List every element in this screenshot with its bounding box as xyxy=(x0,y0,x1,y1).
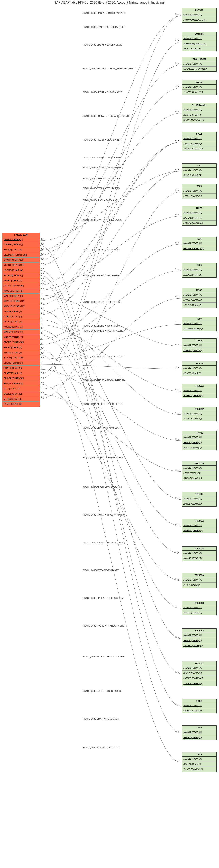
table-field: MANSP [CHAR (1)] xyxy=(2,335,40,340)
table-field: EMBVT [CHAR (4)] xyxy=(2,381,40,386)
cardinality-left: 0..N xyxy=(41,297,44,300)
table-field: KONTT [CHAR (2)] xyxy=(182,371,216,376)
table-field: MANDT [CLNT (3)] xyxy=(182,523,216,528)
relationship-edge xyxy=(40,192,181,399)
relationship-edge xyxy=(40,335,181,554)
cardinality-right: 0..N xyxy=(175,551,179,554)
cardinality-left: 0..N xyxy=(41,287,44,289)
table-field: TXJCD [CHAR (15)] xyxy=(2,355,40,360)
table-field: KTOPL [CHAR (4)] xyxy=(182,141,216,146)
table-box-T005: T005MANDT [CLNT (3)]LAND1 [CHAR (3)] xyxy=(182,184,217,199)
table-field: APPLK [CHAR (1)] xyxy=(182,440,216,445)
table-field: MANDT [CLNT (3)] xyxy=(182,756,216,762)
cardinality-right: 1 xyxy=(175,606,177,608)
table-field: STRKZ [CHAR (2)] xyxy=(182,476,216,481)
table-field: BUKRS [CHAR (4)] xyxy=(182,112,216,117)
edge-label: FKKCL_2630-MWVKO = SKA1-SAKNR xyxy=(83,166,121,169)
table-box-T059Q: T059QMANDT [CLNT (3)]LAND1 [CHAR (3)]QSS… xyxy=(182,288,217,308)
table-header: SKA1 xyxy=(182,132,216,136)
cardinality-right: 0..N xyxy=(175,497,179,499)
edge-label: FKKCL_2630-IKEY = TFK056A-IKEY xyxy=(83,569,119,571)
relationship-edge xyxy=(40,113,181,251)
table-field: MANDT [CLNT (3)] xyxy=(182,267,216,272)
cardinality-left: 0..N xyxy=(41,307,44,309)
cardinality-right: 1..N xyxy=(175,13,179,15)
cardinality-right: 0..N xyxy=(175,704,179,706)
cardinality-left: 0..N xyxy=(41,258,44,260)
table-field: MAHNV [CHAR (2)] xyxy=(2,330,40,335)
relationship-edge xyxy=(40,365,181,369)
cardinality-left: 0..N xyxy=(41,347,44,349)
table-field: GSBER [CHAR (4)] xyxy=(2,242,40,247)
table-field: WAERS [CUKY (5)] xyxy=(2,293,40,299)
edge-label: FKKCL_2630-VKONT = FKKVK-VKONT xyxy=(83,91,122,93)
cardinality-left: 0..N xyxy=(41,332,44,334)
table-field: PARTNER [CHAR (10)] xyxy=(182,41,216,46)
table-box-TTXJ: TTXJMANDT [CLNT (3)]KALSM [CHAR (6)]TXJC… xyxy=(182,752,217,772)
relationship-edge xyxy=(40,384,181,581)
cardinality-right: 0..N xyxy=(175,389,179,391)
table-box-TFK056A: TFK056AMANDT [CLNT (3)]IKEY [CHAR (2)] xyxy=(182,573,217,588)
table-header: TFK001P xyxy=(182,407,216,411)
edge-label: FKKCL_2630-HVORG = TFKHVO-HVORG xyxy=(83,624,124,627)
cardinality-left: 0..N xyxy=(41,302,44,305)
edge-label: FKKCL_2630-VBUND = T880-RCOMP xyxy=(83,324,120,327)
cardinality-left: 0..N xyxy=(41,381,44,383)
table-box-BUT000: BUT000CLIENT [CLNT (3)]PARTNER [CHAR (10… xyxy=(182,8,217,23)
cardinality-right: 0..N xyxy=(175,242,179,244)
table-field: VKONT [CHAR (12)] xyxy=(2,262,40,268)
table-field: AUGRD [CHAR (2)] xyxy=(2,324,40,330)
table-field: KONTT [CHAR (2)] xyxy=(2,365,40,371)
table-field: QSSKZ [CHAR (2)] xyxy=(182,303,216,308)
table-box-T036: T036MANDT [CLNT (3)]EBENE [CHAR (2)] xyxy=(182,263,217,278)
table-header: TFK056A xyxy=(182,573,216,578)
table-field: HVORG [CHAR (4)] xyxy=(182,676,216,681)
table-field: MANDT [CLNT (3)] xyxy=(182,36,216,41)
cardinality-right: 0..N xyxy=(175,268,179,270)
table-field: GPART [CHAR (10)] xyxy=(2,257,40,262)
relationship-edge xyxy=(40,171,181,241)
cardinality-left: 0..N xyxy=(41,396,44,399)
cardinality-right: 0..N xyxy=(175,111,179,113)
cardinality-left: 1 xyxy=(41,362,42,364)
table-box-TFK007F: TFK007FMANDT [CLNT (3)]LAND [CHAR (3)]ST… xyxy=(182,461,217,481)
table-field: SPART [CHAR (2)] xyxy=(182,735,216,740)
cardinality-right: 0..N xyxy=(175,213,179,216)
cardinality-right: 0..N xyxy=(175,62,179,64)
table-box-TGSB: TGSBMANDT [CLNT (3)]GSBER [CHAR (4)] xyxy=(182,699,217,713)
table-header: BUT0BK xyxy=(182,32,216,36)
table-header: TFK001A xyxy=(182,384,216,388)
table-box-TFK047A: TFK047AMANDT [CLNT (3)]MAHNV [CHAR (2)] xyxy=(182,519,217,533)
table-box-TFK008: TFK008MANDT [CLNT (3)]ZAHLS [CHAR (1)] xyxy=(182,492,217,506)
table-field: PERSL [CHAR (4)] xyxy=(2,319,40,324)
relationship-edge xyxy=(40,320,181,415)
table-field: MANDT [CLNT (3)] xyxy=(182,343,216,348)
cardinality-left: 0..N xyxy=(41,376,44,379)
cardinality-right: 0..N xyxy=(175,412,179,414)
table-field: HKONT [CHAR (10)] xyxy=(2,283,40,288)
table-field: MANDT [CLNT (3)] xyxy=(182,107,216,112)
table-field: MAHNV [CHAR (2)] xyxy=(182,528,216,533)
table-header: FAGL_SEGM xyxy=(182,57,216,61)
table-field: STRKZ [CHAR (2)] xyxy=(2,396,40,401)
edge-label: FKKCL_2630-BUKRS = T001-BUKRS xyxy=(83,177,120,180)
table-header: FKKVK xyxy=(182,81,216,85)
edge-label: FKKCL_2630-GPART = BUT000-PARTNER xyxy=(83,26,125,28)
relationship-edge xyxy=(40,88,181,266)
table-field: TVORG [CHAR (4)] xyxy=(2,273,40,278)
edge-label: FKKCL_2630-GSBER = TGSB-GSBER xyxy=(83,690,121,692)
table-box-J_1BBRANCH: J_1BBRANCHMANDT [CLNT (3)]BUKRS [CHAR (4… xyxy=(182,103,217,123)
cardinality-left: 1 xyxy=(41,337,42,339)
table-field: BUKRS [CHAR (4)] xyxy=(2,237,40,242)
relationship-edge xyxy=(40,246,181,707)
table-field: LANDL [CHAR (3)] xyxy=(2,401,40,407)
table-field: MANDT [CLNT (3)] xyxy=(182,241,216,246)
table-box-TFK003: TFK003MANDT [CLNT (3)]APPLK [CHAR (1)]BL… xyxy=(182,431,217,450)
cardinality-right: 1..N xyxy=(175,366,179,368)
relationship-edge xyxy=(40,354,181,763)
table-header: TFK047S xyxy=(182,547,216,551)
table-field: EBENE [CHAR (2)] xyxy=(182,272,216,277)
table-header: T007A xyxy=(182,206,216,210)
relationship-edge xyxy=(40,216,181,290)
table-header: T036 xyxy=(182,263,216,267)
